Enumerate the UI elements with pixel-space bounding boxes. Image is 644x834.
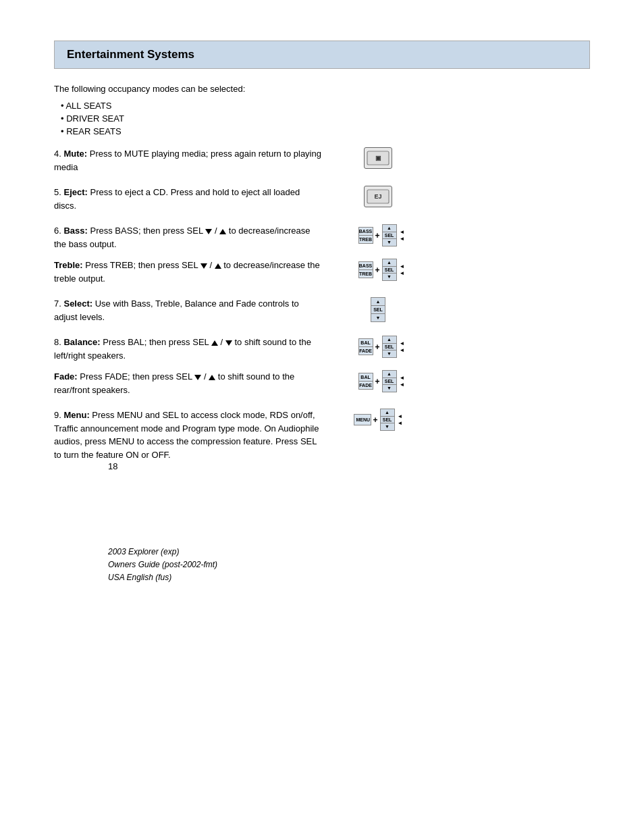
eject-label: Eject: — [63, 187, 87, 197]
svg-text:EJ: EJ — [374, 193, 381, 200]
list-item: ALL SEATS — [61, 101, 590, 111]
content-area: 4. Mute: Press to MUTE playing media; pr… — [54, 147, 590, 461]
sel-block: ▲ SEL ▼ — [382, 224, 397, 246]
bal-btn-bottom: FADE — [359, 347, 373, 355]
header-box: Entertainment Systems — [54, 41, 590, 69]
treble-btn-bottom: TREB — [359, 270, 373, 278]
sel-top4: ▲ — [383, 371, 396, 378]
sel-bottom: ▼ — [383, 239, 396, 246]
arrows-right4: ◄ ◄ — [400, 375, 405, 388]
list-item: REAR SEATS — [61, 126, 590, 136]
footer-line3: USA English (fus) — [108, 571, 644, 584]
bass-btn: BASS TREB — [358, 227, 373, 244]
arr-top4: ◄ — [400, 375, 405, 381]
bal-btn-top: BAL — [359, 339, 373, 347]
treble-btn-top: BASS — [359, 262, 373, 270]
footer-line1: 2003 Explorer (exp) — [108, 546, 644, 558]
bass-number: 6. — [54, 226, 63, 236]
arr-top: ◄ — [400, 230, 405, 235]
down-arrow4-icon — [194, 375, 201, 380]
balance-label: Balance: — [63, 337, 100, 347]
balance-fade-diagram: BAL FADE + ▲ SEL ▼ ◄ ◄ — [338, 336, 425, 392]
treble-desc: Press TREB; then press SEL — [83, 260, 200, 270]
section-select: 7. Select: Use with Bass, Treble, Balanc… — [54, 297, 590, 323]
select-diagram: ▲ SEL ▼ — [338, 297, 419, 322]
fade-control-panel: BAL FADE + ▲ SEL ▼ ◄ ◄ — [358, 370, 405, 392]
balance-btn: BAL FADE — [358, 338, 373, 355]
menu-number: 9. — [54, 410, 63, 420]
sel-top5: ▲ — [381, 409, 394, 417]
menu-control-panel: MENU + ▲ SEL ▼ ◄ ◄ — [354, 409, 403, 431]
menu-text: 9. Menu: Press MENU and SEL to access cl… — [54, 409, 338, 461]
balance-desc: Press BAL; then press SEL — [101, 337, 211, 347]
list-item: DRIVER SEAT — [61, 113, 590, 124]
page-number: 18 — [108, 461, 644, 471]
up-arrow3-icon — [211, 340, 218, 346]
bass-slash: / — [215, 226, 219, 236]
down-arrow2-icon — [200, 263, 207, 269]
select-text: 7. Select: Use with Bass, Treble, Balanc… — [54, 297, 338, 323]
arr-bottom3: ◄ — [400, 348, 405, 353]
treble-label: Treble: — [54, 260, 83, 270]
section-bass-treble: 6. Bass: Press BASS; then press SEL / to… — [54, 224, 590, 285]
bass-control-panel: BASS TREB + ▲ SEL ▼ ◄ ◄ — [358, 224, 405, 246]
bass-desc: Press BASS; then press SEL — [88, 226, 205, 236]
menu-btn: MENU — [354, 414, 371, 425]
fade-slash: / — [204, 371, 209, 382]
mute-diagram: ▣ — [338, 147, 419, 169]
sel-bottom3: ▼ — [383, 350, 396, 357]
page: Entertainment Systems The following occu… — [0, 0, 644, 834]
select-only-block: ▲ SEL ▼ — [371, 297, 385, 322]
menu-desc: Press MENU and SEL to access clock mode,… — [54, 410, 319, 460]
fade-btn-bottom: FADE — [359, 382, 373, 389]
bass-btn-bottom: TREB — [359, 236, 373, 243]
balance-number: 8. — [54, 337, 63, 347]
plus-icon4: + — [375, 377, 380, 386]
fade-label: Fade: — [54, 371, 78, 382]
arr-top5: ◄ — [398, 414, 403, 419]
arr-bottom: ◄ — [400, 236, 405, 242]
section-mute: 4. Mute: Press to MUTE playing media; pr… — [54, 147, 590, 174]
select-number: 7. — [54, 298, 63, 309]
sel-bottom5: ▼ — [381, 423, 394, 430]
arrows-right: ◄ ◄ — [400, 230, 405, 242]
mute-label: Mute: — [63, 149, 87, 159]
menu-label: Menu: — [63, 410, 89, 420]
footer-line2: Owners Guide (post-2002-fmt) — [108, 558, 644, 571]
mute-icon: ▣ — [364, 147, 392, 169]
sel-block5: ▲ SEL ▼ — [380, 409, 395, 431]
plus-icon: + — [375, 231, 380, 240]
up-arrow-icon — [219, 229, 226, 234]
plus-icon2: + — [375, 265, 380, 275]
down-arrow3-icon — [225, 340, 232, 346]
menu-diagram: MENU + ▲ SEL ▼ ◄ ◄ — [338, 409, 419, 431]
balance-control-panel: BAL FADE + ▲ SEL ▼ ◄ ◄ — [358, 336, 405, 358]
bass-treble-diagram: BASS TREB + ▲ SEL ▼ ◄ ◄ — [338, 224, 425, 281]
eject-number: 5. — [54, 187, 63, 197]
svg-text:▣: ▣ — [375, 155, 381, 161]
sel-only-bottom: ▼ — [371, 314, 385, 321]
bass-btn-top: BASS — [359, 228, 373, 236]
arr-bottom2: ◄ — [400, 271, 405, 276]
intro-text: The following occupancy modes can be sel… — [54, 84, 590, 94]
page-title: Entertainment Systems — [67, 48, 577, 61]
bass-label: Bass: — [63, 226, 87, 236]
sel-bottom2: ▼ — [383, 273, 396, 280]
fade-btn-top: BAL — [359, 373, 373, 382]
sel-label: SEL — [383, 232, 396, 240]
mute-text: 4. Mute: Press to MUTE playing media; pr… — [54, 147, 338, 174]
eject-text: 5. Eject: Press to eject a CD. Press and… — [54, 186, 338, 212]
treble-control-panel: BASS TREB + ▲ SEL ▼ ◄ ◄ — [358, 259, 405, 281]
sel-only-top: ▲ — [371, 298, 385, 306]
bass-treble-text: 6. Bass: Press BASS; then press SEL / to… — [54, 224, 338, 285]
arr-top3: ◄ — [400, 341, 405, 346]
sel-label4: SEL — [383, 378, 396, 386]
plus-icon3: + — [375, 342, 380, 352]
sel-block4: ▲ SEL ▼ — [382, 370, 397, 392]
arr-top2: ◄ — [400, 264, 405, 269]
up-arrow4-icon — [209, 375, 215, 380]
sel-label3: SEL — [383, 344, 396, 351]
arr-bottom5: ◄ — [398, 421, 403, 426]
up-arrow2-icon — [215, 263, 221, 269]
arrows-right2: ◄ ◄ — [400, 264, 405, 276]
